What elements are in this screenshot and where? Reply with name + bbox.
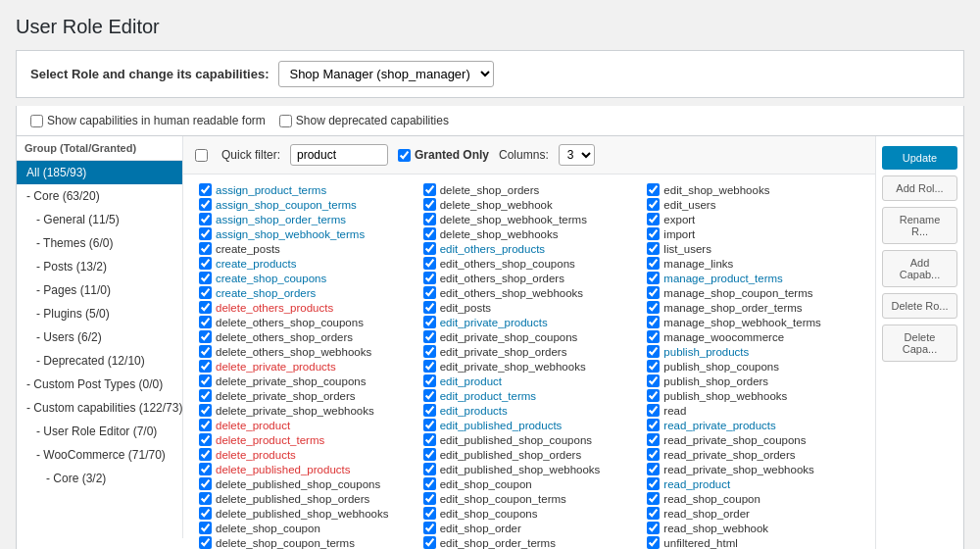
capability-checkbox[interactable] bbox=[647, 536, 660, 549]
capability-checkbox[interactable] bbox=[423, 360, 436, 373]
capability-checkbox[interactable] bbox=[423, 316, 436, 328]
capability-checkbox[interactable] bbox=[647, 374, 660, 387]
capability-checkbox[interactable] bbox=[647, 257, 660, 270]
capability-checkbox[interactable] bbox=[199, 345, 212, 358]
deprecated-checkbox[interactable] bbox=[279, 115, 292, 127]
capability-checkbox[interactable] bbox=[423, 374, 436, 387]
capability-checkbox[interactable] bbox=[199, 301, 212, 314]
capability-checkbox[interactable] bbox=[199, 374, 212, 387]
capability-checkbox[interactable] bbox=[199, 389, 212, 402]
sidebar-item[interactable]: - User Role Editor (7/0) bbox=[17, 420, 182, 443]
capability-checkbox[interactable] bbox=[647, 301, 660, 314]
capability-checkbox[interactable] bbox=[423, 242, 436, 255]
sidebar-item[interactable]: - Core (3/2) bbox=[17, 467, 182, 490]
capability-checkbox[interactable] bbox=[199, 272, 212, 284]
human-readable-checkbox-label[interactable]: Show capabilities in human readable form bbox=[30, 114, 266, 127]
capability-checkbox[interactable] bbox=[423, 419, 436, 431]
capability-checkbox[interactable] bbox=[423, 389, 436, 402]
capability-checkbox[interactable] bbox=[199, 198, 212, 211]
sidebar-item[interactable]: - Pages (11/0) bbox=[17, 278, 182, 302]
capability-checkbox[interactable] bbox=[423, 492, 436, 505]
capability-checkbox[interactable] bbox=[423, 183, 436, 196]
capability-checkbox[interactable] bbox=[199, 183, 212, 196]
capability-checkbox[interactable] bbox=[647, 492, 660, 505]
capability-checkbox[interactable] bbox=[199, 433, 212, 446]
sidebar-item[interactable]: - Users (6/2) bbox=[17, 325, 182, 349]
capability-checkbox[interactable] bbox=[423, 301, 436, 314]
sidebar-item[interactable]: - WooCommerce (71/70) bbox=[17, 443, 182, 467]
sidebar-item[interactable]: - Plugins (5/0) bbox=[17, 302, 182, 325]
granted-only-checkbox[interactable] bbox=[398, 149, 411, 162]
capability-checkbox[interactable] bbox=[423, 536, 436, 549]
capability-checkbox[interactable] bbox=[199, 404, 212, 417]
sidebar-item[interactable]: - Themes (6/0) bbox=[17, 231, 182, 255]
sidebar-item[interactable]: - Deprecated (12/10) bbox=[17, 349, 182, 373]
capability-checkbox[interactable] bbox=[423, 198, 436, 211]
capability-checkbox[interactable] bbox=[647, 183, 660, 196]
capability-checkbox[interactable] bbox=[647, 404, 660, 417]
capability-checkbox[interactable] bbox=[647, 360, 660, 373]
capability-checkbox[interactable] bbox=[647, 272, 660, 284]
capability-checkbox[interactable] bbox=[199, 419, 212, 431]
capability-checkbox[interactable] bbox=[647, 419, 660, 431]
deprecated-checkbox-label[interactable]: Show deprecated capabilities bbox=[279, 114, 449, 127]
capability-checkbox[interactable] bbox=[423, 227, 436, 240]
capability-checkbox[interactable] bbox=[199, 522, 212, 534]
capability-checkbox[interactable] bbox=[647, 198, 660, 211]
capability-checkbox[interactable] bbox=[647, 477, 660, 490]
sidebar-item[interactable]: - Custom capabilities (122/73) bbox=[17, 396, 182, 420]
action-button-add-rol---[interactable]: Add Rol... bbox=[882, 175, 957, 201]
role-select[interactable]: Shop Manager (shop_manager)Administrator… bbox=[278, 61, 494, 87]
action-button-add-capab---[interactable]: Add Capab... bbox=[882, 250, 957, 287]
human-readable-checkbox[interactable] bbox=[30, 115, 43, 127]
capability-checkbox[interactable] bbox=[199, 242, 212, 255]
capability-checkbox[interactable] bbox=[423, 477, 436, 490]
capability-checkbox[interactable] bbox=[423, 522, 436, 534]
quick-filter-input[interactable] bbox=[290, 144, 388, 166]
capability-checkbox[interactable] bbox=[647, 522, 660, 534]
action-button-delete-capa---[interactable]: Delete Capa... bbox=[882, 324, 957, 362]
capability-checkbox[interactable] bbox=[199, 316, 212, 328]
columns-select[interactable]: 1234 bbox=[559, 144, 595, 166]
capability-checkbox[interactable] bbox=[423, 345, 436, 358]
master-checkbox[interactable] bbox=[195, 149, 208, 162]
capability-checkbox[interactable] bbox=[199, 213, 212, 225]
capability-checkbox[interactable] bbox=[199, 492, 212, 505]
sidebar-item[interactable]: - General (11/5) bbox=[17, 208, 182, 231]
capability-checkbox[interactable] bbox=[423, 404, 436, 417]
capability-checkbox[interactable] bbox=[423, 330, 436, 343]
capability-checkbox[interactable] bbox=[423, 507, 436, 520]
capability-checkbox[interactable] bbox=[199, 360, 212, 373]
capability-checkbox[interactable] bbox=[199, 286, 212, 299]
capability-checkbox[interactable] bbox=[423, 272, 436, 284]
capability-checkbox[interactable] bbox=[647, 507, 660, 520]
sidebar-item[interactable]: - Posts (13/2) bbox=[17, 255, 182, 278]
capability-checkbox[interactable] bbox=[647, 433, 660, 446]
sidebar-item[interactable]: All (185/93) bbox=[17, 161, 182, 184]
capability-checkbox[interactable] bbox=[647, 345, 660, 358]
action-button-delete-ro---[interactable]: Delete Ro... bbox=[882, 293, 957, 319]
capability-checkbox[interactable] bbox=[199, 536, 212, 549]
capability-checkbox[interactable] bbox=[647, 448, 660, 461]
capability-checkbox[interactable] bbox=[647, 463, 660, 475]
sidebar-item[interactable]: - Core (63/20) bbox=[17, 184, 182, 208]
action-button-rename-r---[interactable]: Rename R... bbox=[882, 207, 957, 244]
capability-checkbox[interactable] bbox=[647, 316, 660, 328]
granted-only-label[interactable]: Granted Only bbox=[398, 148, 489, 162]
action-button-update[interactable]: Update bbox=[882, 146, 957, 170]
capability-checkbox[interactable] bbox=[423, 463, 436, 475]
capability-checkbox[interactable] bbox=[423, 433, 436, 446]
capability-checkbox[interactable] bbox=[647, 389, 660, 402]
capability-checkbox[interactable] bbox=[199, 463, 212, 475]
capability-checkbox[interactable] bbox=[647, 242, 660, 255]
capability-checkbox[interactable] bbox=[647, 330, 660, 343]
capability-checkbox[interactable] bbox=[199, 227, 212, 240]
capability-checkbox[interactable] bbox=[199, 330, 212, 343]
capability-checkbox[interactable] bbox=[423, 448, 436, 461]
capability-checkbox[interactable] bbox=[423, 257, 436, 270]
capability-checkbox[interactable] bbox=[199, 507, 212, 520]
capability-checkbox[interactable] bbox=[423, 286, 436, 299]
capability-checkbox[interactable] bbox=[647, 227, 660, 240]
capability-checkbox[interactable] bbox=[199, 448, 212, 461]
capability-checkbox[interactable] bbox=[647, 213, 660, 225]
